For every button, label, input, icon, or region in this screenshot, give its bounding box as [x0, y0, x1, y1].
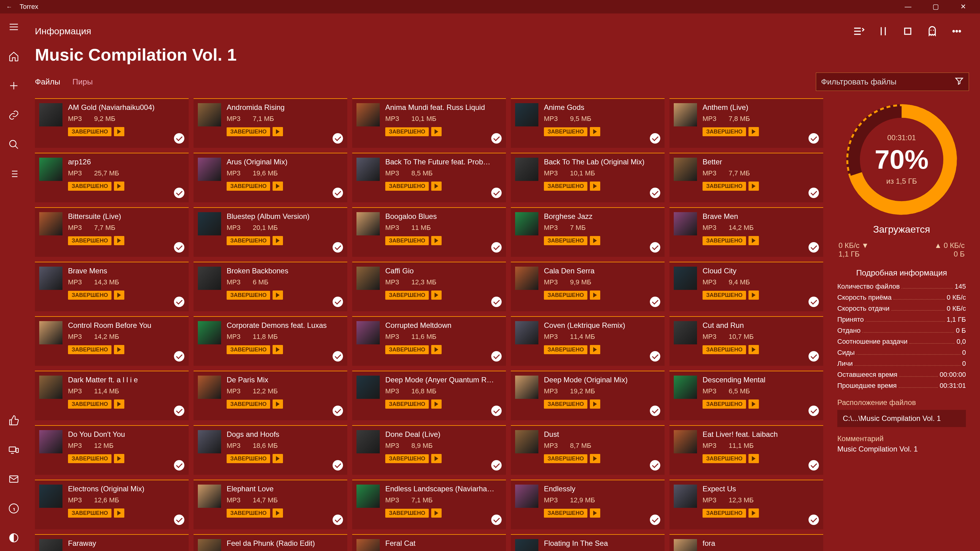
file-card[interactable]: Brave Men MP3 14,2 МБ ЗАВЕРШЕНО [670, 207, 823, 257]
play-icon[interactable] [272, 291, 283, 300]
file-card[interactable]: Endless Landscapes (Naviarhaiku002) MP3 … [352, 480, 506, 529]
file-card[interactable]: Anima Mundi feat. Russ Liquid MP3 10,1 М… [352, 98, 506, 148]
play-icon[interactable] [590, 400, 600, 409]
file-card[interactable]: arp126 MP3 25,7 МБ ЗАВЕРШЕНО [35, 153, 189, 202]
file-card[interactable]: Dark Matter ft. a l l i e MP3 11,4 МБ ЗА… [35, 371, 189, 420]
play-icon[interactable] [272, 508, 283, 518]
play-icon[interactable] [114, 181, 124, 191]
file-card[interactable]: Do You Don't You MP3 12 МБ ЗАВЕРШЕНО [35, 425, 189, 475]
play-icon[interactable] [431, 345, 442, 354]
file-card[interactable]: Corporate Demons feat. Luxas MP3 11,8 МБ… [194, 316, 347, 366]
play-icon[interactable] [272, 454, 283, 463]
file-card[interactable]: Cloud City MP3 9,4 МБ ЗАВЕРШЕНО [670, 262, 823, 311]
file-card[interactable]: Dogs and Hoofs MP3 18,6 МБ ЗАВЕРШЕНО [194, 425, 347, 475]
file-card[interactable]: fora MP3 10,6 МБ ЗАВЕРШЕНО [670, 534, 823, 551]
play-icon[interactable] [114, 345, 124, 354]
queue-button[interactable] [846, 19, 871, 43]
file-card[interactable]: Expect Us MP3 12,3 МБ ЗАВЕРШЕНО [670, 480, 823, 529]
play-icon[interactable] [114, 236, 124, 245]
back-button[interactable]: ← [3, 3, 15, 10]
play-icon[interactable] [114, 454, 124, 463]
file-card[interactable]: Arus (Original Mix) MP3 19,6 МБ ЗАВЕРШЕН… [194, 153, 347, 202]
play-icon[interactable] [748, 236, 759, 245]
info-icon[interactable] [6, 501, 21, 516]
file-card[interactable]: Cala Den Serra MP3 9,9 МБ ЗАВЕРШЕНО [511, 262, 665, 311]
file-card[interactable]: Electrons (Original Mix) MP3 12,6 МБ ЗАВ… [35, 480, 189, 529]
play-icon[interactable] [431, 181, 442, 191]
play-icon[interactable] [272, 181, 283, 191]
tab-peers[interactable]: Пиры [73, 77, 93, 87]
file-card[interactable]: AM Gold (Naviarhaiku004) MP3 9,2 МБ ЗАВЕ… [35, 98, 189, 148]
play-icon[interactable] [748, 345, 759, 354]
file-card[interactable]: Bittersuite (Live) MP3 7,7 МБ ЗАВЕРШЕНО [35, 207, 189, 257]
file-card[interactable]: Feel da Phunk (Radio Edit) MP3 12,5 МБ З… [194, 534, 347, 551]
link-icon[interactable] [6, 108, 21, 122]
menu-icon[interactable] [6, 20, 21, 34]
filter-icon[interactable] [955, 76, 964, 87]
play-icon[interactable] [748, 127, 759, 136]
play-icon[interactable] [431, 454, 442, 463]
file-card[interactable]: Andromida Rising MP3 7,1 МБ ЗАВЕРШЕНО [194, 98, 347, 148]
file-card[interactable]: Back To The Lab (Original Mix) MP3 10,1 … [511, 153, 665, 202]
tab-files[interactable]: Файлы [35, 77, 60, 87]
pause-button[interactable] [871, 19, 896, 43]
file-card[interactable]: Descending Mental MP3 6,5 МБ ЗАВЕРШЕНО [670, 371, 823, 420]
file-card[interactable]: De Paris Mix MP3 12,2 МБ ЗАВЕРШЕНО [194, 371, 347, 420]
play-icon[interactable] [431, 400, 442, 409]
play-icon[interactable] [114, 400, 124, 409]
play-icon[interactable] [431, 236, 442, 245]
file-card[interactable]: Deep Mode (Original Mix) MP3 19,2 МБ ЗАВ… [511, 371, 665, 420]
play-icon[interactable] [272, 345, 283, 354]
list-icon[interactable] [6, 167, 21, 181]
play-icon[interactable] [748, 508, 759, 518]
play-icon[interactable] [431, 508, 442, 518]
file-card[interactable]: Caffi Gio MP3 12,3 МБ ЗАВЕРШЕНО [352, 262, 506, 311]
play-icon[interactable] [114, 508, 124, 518]
mail-icon[interactable] [6, 472, 21, 486]
file-card[interactable]: Eat Liver! feat. Laibach MP3 11,1 МБ ЗАВ… [670, 425, 823, 475]
like-icon[interactable] [6, 413, 21, 428]
close-button[interactable]: ✕ [950, 0, 977, 13]
home-icon[interactable] [6, 49, 21, 64]
ghost-button[interactable] [920, 19, 945, 43]
play-icon[interactable] [748, 291, 759, 300]
play-icon[interactable] [114, 291, 124, 300]
file-card[interactable]: Faraway MP3 9,6 МБ ЗАВЕРШЕНО [35, 534, 189, 551]
file-card[interactable]: Elephant Love MP3 14,7 МБ ЗАВЕРШЕНО [194, 480, 347, 529]
play-icon[interactable] [590, 291, 600, 300]
play-icon[interactable] [590, 508, 600, 518]
devices-icon[interactable] [6, 442, 21, 457]
file-card[interactable]: Coven (Lektrique Remix) MP3 11,4 МБ ЗАВЕ… [511, 316, 665, 366]
file-card[interactable]: Broken Backbones MP3 6 МБ ЗАВЕРШЕНО [194, 262, 347, 311]
file-card[interactable]: Feral Cat MP3 12,5 МБ ЗАВЕРШЕНО [352, 534, 506, 551]
play-icon[interactable] [748, 181, 759, 191]
file-card[interactable]: Done Deal (Live) MP3 8,9 МБ ЗАВЕРШЕНО [352, 425, 506, 475]
filter-box[interactable] [816, 73, 969, 91]
play-icon[interactable] [590, 127, 600, 136]
file-card[interactable]: Deep Mode (Anyer Quantum Remix) MP3 16,8… [352, 371, 506, 420]
maximize-button[interactable]: ▢ [922, 0, 950, 13]
file-card[interactable]: Back To The Future feat. ProbCause MP3 8… [352, 153, 506, 202]
play-icon[interactable] [431, 291, 442, 300]
play-icon[interactable] [590, 345, 600, 354]
theme-icon[interactable] [6, 530, 21, 545]
play-icon[interactable] [748, 400, 759, 409]
file-card[interactable]: Endlessly MP3 12,9 МБ ЗАВЕРШЕНО [511, 480, 665, 529]
file-card[interactable]: Corrupted Meltdown MP3 11,6 МБ ЗАВЕРШЕНО [352, 316, 506, 366]
play-icon[interactable] [272, 236, 283, 245]
play-icon[interactable] [590, 454, 600, 463]
file-card[interactable]: Floating In The Sea MP3 11,3 МБ ЗАВЕРШЕН… [511, 534, 665, 551]
file-card[interactable]: Boogaloo Blues MP3 11 МБ ЗАВЕРШЕНО [352, 207, 506, 257]
file-card[interactable]: Bluestep (Album Version) MP3 20,1 МБ ЗАВ… [194, 207, 347, 257]
minimize-button[interactable]: — [894, 0, 922, 13]
file-card[interactable]: Borghese Jazz MP3 7 МБ ЗАВЕРШЕНО [511, 207, 665, 257]
add-icon[interactable] [6, 78, 21, 93]
more-button[interactable] [945, 19, 969, 43]
file-card[interactable]: Dust MP3 8,7 МБ ЗАВЕРШЕНО [511, 425, 665, 475]
file-card[interactable]: Anthem (Live) MP3 7,8 МБ ЗАВЕРШЕНО [670, 98, 823, 148]
file-card[interactable]: Control Room Before You MP3 14,2 МБ ЗАВЕ… [35, 316, 189, 366]
filter-input[interactable] [821, 77, 955, 87]
play-icon[interactable] [272, 400, 283, 409]
stop-button[interactable] [896, 19, 920, 43]
file-card[interactable]: Brave Mens MP3 14,3 МБ ЗАВЕРШЕНО [35, 262, 189, 311]
